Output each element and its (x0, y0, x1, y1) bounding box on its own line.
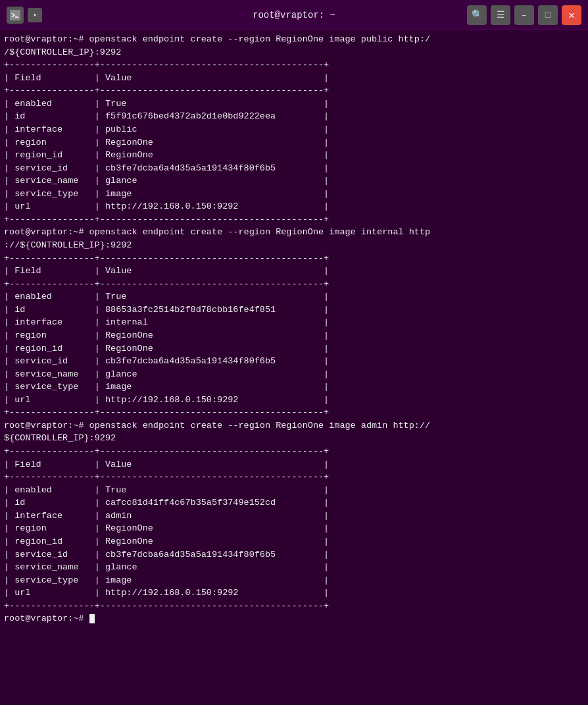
menu-button[interactable]: ☰ (491, 5, 510, 25)
close-button[interactable]: ✕ (562, 5, 581, 25)
terminal-icon (7, 7, 24, 24)
search-button[interactable]: 🔍 (467, 5, 487, 25)
titlebar-controls: 🔍 ☰ – □ ✕ (467, 5, 581, 25)
terminal-window[interactable]: root@vraptor:~# openstack endpoint creat… (0, 30, 588, 705)
titlebar: ▾ root@vraptor: ~ 🔍 ☰ – □ ✕ (0, 0, 588, 30)
maximize-button[interactable]: □ (538, 5, 558, 25)
dropdown-icon[interactable]: ▾ (28, 8, 42, 22)
titlebar-left: ▾ (7, 7, 42, 24)
window-title: root@vraptor: ~ (253, 10, 335, 20)
minimize-button[interactable]: – (514, 5, 534, 25)
